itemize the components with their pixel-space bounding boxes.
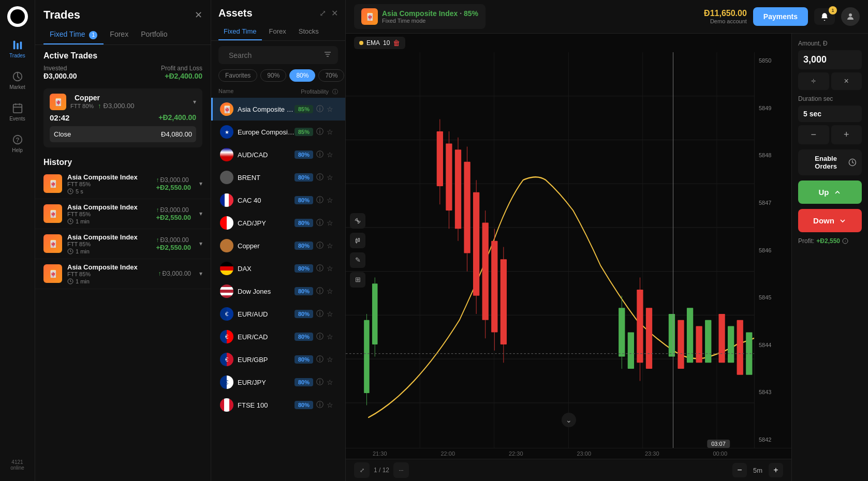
assets-tab-fixed-time[interactable]: Fixed Time bbox=[218, 23, 262, 40]
delete-indicator-button[interactable]: 🗑 bbox=[393, 39, 400, 47]
assets-header: Assets ⤢ ✕ bbox=[211, 0, 345, 23]
divide-button[interactable]: ÷ bbox=[798, 72, 829, 90]
duration-plus-button[interactable]: + bbox=[831, 125, 862, 144]
filter-80[interactable]: 80% bbox=[289, 69, 315, 82]
info-icon-9[interactable]: ⓘ bbox=[316, 309, 323, 319]
expand-controls: ⤢ 1 / 12 ··· bbox=[354, 462, 409, 478]
filter-favorites[interactable]: Favorites bbox=[218, 69, 257, 82]
filter-70[interactable]: 70% bbox=[318, 69, 344, 82]
info-icon-4[interactable]: ⓘ bbox=[316, 196, 323, 205]
search-input[interactable] bbox=[229, 51, 319, 59]
down-button[interactable]: Down bbox=[798, 209, 862, 232]
history-chevron-0[interactable]: ▾ bbox=[199, 180, 202, 187]
filter-90[interactable]: 90% bbox=[260, 69, 286, 82]
info-icon-8[interactable]: ⓘ bbox=[316, 287, 323, 296]
info-icon-13[interactable]: ⓘ bbox=[316, 400, 323, 410]
filter-icon[interactable] bbox=[323, 50, 332, 60]
info-icon-5[interactable]: ⓘ bbox=[316, 218, 323, 228]
asset-row-8[interactable]: Dow Jones 80% ⓘ ☆ bbox=[211, 280, 345, 303]
asset-row-3[interactable]: BRENT 80% ⓘ ☆ bbox=[211, 166, 345, 189]
info-icon-0[interactable]: ⓘ bbox=[316, 104, 323, 114]
expand-chart-icon[interactable]: ⤢ bbox=[354, 462, 370, 478]
history-invested-3: ↑ Ð3,000.00 bbox=[158, 270, 191, 277]
asset-row-1[interactable]: ★ Europe Composite I... 85% ⓘ ☆ bbox=[211, 121, 345, 143]
candle-tool-button[interactable] bbox=[350, 233, 365, 248]
star-icon-8[interactable]: ☆ bbox=[327, 287, 333, 296]
star-icon-4[interactable]: ☆ bbox=[327, 196, 333, 205]
asset-row-7[interactable]: DAX 80% ⓘ ☆ bbox=[211, 257, 345, 280]
zoom-in-button[interactable]: + bbox=[769, 463, 783, 477]
more-options-icon[interactable]: ··· bbox=[393, 462, 409, 478]
star-icon-13[interactable]: ☆ bbox=[327, 400, 333, 410]
star-icon-12[interactable]: ☆ bbox=[327, 378, 333, 387]
star-icon-7[interactable]: ☆ bbox=[327, 264, 333, 273]
asset-row-5[interactable]: CAD/JPY 80% ⓘ ☆ bbox=[211, 212, 345, 234]
asset-row-6[interactable]: Copper 80% ⓘ ☆ bbox=[211, 234, 345, 257]
trades-close-button[interactable]: ✕ bbox=[195, 9, 202, 21]
multiply-button[interactable]: × bbox=[831, 72, 862, 90]
tab-forex[interactable]: Forex bbox=[104, 26, 135, 44]
asset-row-0[interactable]: 🀄 Asia Composite Index 85% ⓘ ☆ bbox=[211, 98, 345, 121]
draw-tool-button[interactable]: ✎ bbox=[350, 252, 365, 268]
zoom-out-button[interactable]: − bbox=[732, 463, 747, 477]
grid-tool-button[interactable]: ⊞ bbox=[350, 272, 365, 288]
asset-row-13[interactable]: FTSE 100 80% ⓘ ☆ bbox=[211, 394, 345, 416]
notification-button[interactable]: 1 bbox=[814, 8, 835, 25]
info-icon-12[interactable]: ⓘ bbox=[316, 378, 323, 387]
star-icon-0[interactable]: ☆ bbox=[327, 104, 333, 114]
invested-value: Ð3,000.00 bbox=[43, 72, 77, 80]
asset-row-2[interactable]: AUD/CAD 80% ⓘ ☆ bbox=[211, 143, 345, 166]
star-icon-5[interactable]: ☆ bbox=[327, 218, 333, 228]
assets-tab-stocks[interactable]: Stocks bbox=[293, 23, 324, 40]
star-icon-1[interactable]: ☆ bbox=[327, 127, 333, 137]
up-button[interactable]: Up bbox=[798, 181, 862, 204]
nav-item-events[interactable]: Events bbox=[3, 98, 33, 126]
asset-row-10[interactable]: € EUR/CAD 80% ⓘ ☆ bbox=[211, 325, 345, 348]
asset-row-12[interactable]: € EUR/JPY 80% ⓘ ☆ bbox=[211, 371, 345, 394]
star-icon-9[interactable]: ☆ bbox=[327, 309, 333, 319]
info-icon-2[interactable]: ⓘ bbox=[316, 150, 323, 159]
assets-tab-forex[interactable]: Forex bbox=[264, 23, 291, 40]
expand-icon[interactable]: ⤢ bbox=[319, 8, 326, 18]
asset-row-4[interactable]: CAC 40 80% ⓘ ☆ bbox=[211, 189, 345, 212]
history-chevron-3[interactable]: ▾ bbox=[199, 270, 202, 277]
info-icon-6[interactable]: ⓘ bbox=[316, 241, 323, 250]
tab-portfolio[interactable]: Portfolio bbox=[135, 26, 173, 44]
star-icon-2[interactable]: ☆ bbox=[327, 150, 333, 159]
info-icon-7[interactable]: ⓘ bbox=[316, 264, 323, 273]
signal-tool-button[interactable] bbox=[350, 213, 365, 229]
nav-item-market[interactable]: Market bbox=[3, 67, 33, 94]
info-icon-10[interactable]: ⓘ bbox=[316, 332, 323, 341]
copper-icon: 🀄 bbox=[50, 94, 66, 110]
asset-actions-7: ⓘ ☆ bbox=[316, 264, 333, 273]
enable-orders-button[interactable]: Enable Orders bbox=[798, 149, 862, 175]
info-icon-1[interactable]: ⓘ bbox=[316, 127, 323, 137]
asset-name-10: EUR/CAD bbox=[238, 333, 295, 341]
scroll-to-latest[interactable]: ⌄ bbox=[562, 413, 576, 427]
history-chevron-2[interactable]: ▾ bbox=[199, 240, 202, 247]
asset-row-11[interactable]: € EUR/GBP 80% ⓘ ☆ bbox=[211, 348, 345, 371]
nav-market-label: Market bbox=[9, 84, 25, 90]
asset-row-9[interactable]: € EUR/AUD 80% ⓘ ☆ bbox=[211, 303, 345, 325]
star-icon-10[interactable]: ☆ bbox=[327, 332, 333, 341]
close-trade-button[interactable]: Close Ð4,080.00 bbox=[50, 126, 196, 142]
star-icon-11[interactable]: ☆ bbox=[327, 355, 333, 364]
info-icon-11[interactable]: ⓘ bbox=[316, 355, 323, 364]
star-icon-3[interactable]: ☆ bbox=[327, 173, 333, 182]
info-icon-3[interactable]: ⓘ bbox=[316, 173, 323, 182]
nav-item-help[interactable]: ? Help bbox=[3, 130, 33, 157]
payments-button[interactable]: Payments bbox=[753, 7, 808, 26]
asset-pct-13: 80% bbox=[295, 401, 313, 409]
star-icon-6[interactable]: ☆ bbox=[327, 241, 333, 250]
avatar-button[interactable] bbox=[841, 7, 860, 26]
trade-chevron[interactable]: ▾ bbox=[193, 98, 196, 106]
history-name-3: Asia Composite Index bbox=[67, 263, 153, 271]
amount-input[interactable] bbox=[798, 50, 862, 69]
assets-close-icon[interactable]: ✕ bbox=[331, 8, 338, 18]
tab-fixed-time[interactable]: Fixed Time 1 bbox=[43, 26, 104, 44]
asset-actions-9: ⓘ ☆ bbox=[316, 309, 333, 319]
duration-minus-button[interactable]: − bbox=[798, 125, 829, 144]
nav-item-trades[interactable]: Trades bbox=[3, 35, 33, 63]
svg-rect-44 bbox=[437, 131, 443, 186]
history-chevron-1[interactable]: ▾ bbox=[199, 210, 202, 217]
